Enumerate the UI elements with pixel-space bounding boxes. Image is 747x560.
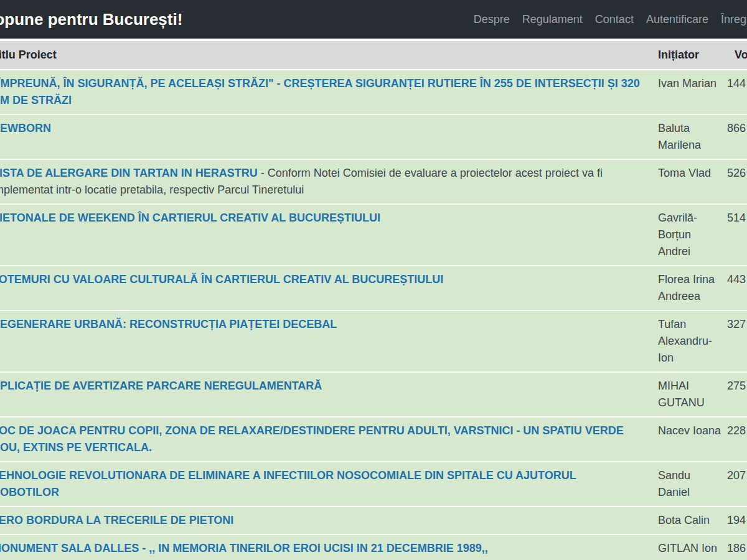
initiator-cell: Tufan Alexandru-Ion xyxy=(651,310,727,372)
title-cell: LOC DE JOACA PENTRU COPII, ZONA DE RELAX… xyxy=(0,417,651,462)
project-title-link[interactable]: TEHNOLOGIE REVOLUTIONARA DE ELIMINARE A … xyxy=(0,469,576,498)
table-row: NEWBORN Baluta Marilena 866 xyxy=(0,114,747,159)
project-title-link[interactable]: TOTEMURI CU VALOARE CULTURALĂ ÎN CARTIER… xyxy=(0,273,443,286)
nav-link-contact[interactable]: Contact xyxy=(589,13,640,26)
initiator-cell: GITLAN Ion xyxy=(651,534,727,560)
title-cell: PISTA DE ALERGARE DIN TARTAN IN HERASTRU… xyxy=(0,159,651,204)
table-row: PISTA DE ALERGARE DIN TARTAN IN HERASTRU… xyxy=(0,159,747,204)
votes-cell: 186 xyxy=(727,534,747,560)
project-title-link[interactable]: "ÎMPREUNĂ, ÎN SIGURANȚĂ, PE ACELEAȘI STR… xyxy=(0,77,640,106)
initiator-cell: Toma Vlad xyxy=(651,159,727,204)
title-cell: NEWBORN xyxy=(0,114,651,159)
initiator-cell: Sandu Daniel xyxy=(651,462,727,506)
votes-cell: 866 xyxy=(727,114,747,159)
nav-link-regulament[interactable]: Regulament xyxy=(516,13,589,26)
title-cell: TEHNOLOGIE REVOLUTIONARA DE ELIMINARE A … xyxy=(0,462,651,506)
project-title-link[interactable]: PIETONALE DE WEEKEND ÎN CARTIERUL CREATI… xyxy=(0,212,380,224)
votes-cell: 443 xyxy=(727,266,747,310)
table-row: TEHNOLOGIE REVOLUTIONARA DE ELIMINARE A … xyxy=(0,462,747,506)
nav-link-inregistrare[interactable]: Înregistrare xyxy=(715,13,747,26)
votes-cell: 526 xyxy=(727,159,747,204)
column-header-initiator: Inițiator xyxy=(651,41,727,70)
table-row: LOC DE JOACA PENTRU COPII, ZONA DE RELAX… xyxy=(0,417,747,462)
project-title-link[interactable]: REGENERARE URBANĂ: RECONSTRUCȚIA PIAȚETE… xyxy=(0,318,337,330)
navbar: Propune pentru București! Despre Regulam… xyxy=(0,0,747,39)
project-title-link[interactable]: APLICAȚIE DE AVERTIZARE PARCARE NEREGULA… xyxy=(0,380,322,392)
projects-tbody: "ÎMPREUNĂ, ÎN SIGURANȚĂ, PE ACELEAȘI STR… xyxy=(0,70,747,560)
title-cell: ZERO BORDURA LA TRECERILE DE PIETONI xyxy=(0,506,651,534)
table-row: REGENERARE URBANĂ: RECONSTRUCȚIA PIAȚETE… xyxy=(0,310,747,372)
votes-cell: 207 xyxy=(727,462,747,506)
votes-cell: 194 xyxy=(727,506,747,534)
project-title-link[interactable]: MONUMENT SALA DALLES - ,, IN MEMORIA TIN… xyxy=(0,542,488,554)
votes-cell: 228 xyxy=(727,417,747,462)
table-row: MONUMENT SALA DALLES - ,, IN MEMORIA TIN… xyxy=(0,534,747,560)
title-cell: PIETONALE DE WEEKEND ÎN CARTIERUL CREATI… xyxy=(0,204,651,266)
table-row: ZERO BORDURA LA TRECERILE DE PIETONI Bot… xyxy=(0,506,747,534)
initiator-cell: Bota Calin xyxy=(651,506,727,534)
table-header-row: Titlu Proiect Inițiator Voturi xyxy=(0,41,747,70)
votes-cell: 327 xyxy=(727,310,747,372)
table-row: APLICAȚIE DE AVERTIZARE PARCARE NEREGULA… xyxy=(0,372,747,417)
column-header-title: Titlu Proiect xyxy=(0,41,651,70)
votes-cell: 514 xyxy=(727,204,747,266)
title-cell: REGENERARE URBANĂ: RECONSTRUCȚIA PIAȚETE… xyxy=(0,310,651,372)
table-row: "ÎMPREUNĂ, ÎN SIGURANȚĂ, PE ACELEAȘI STR… xyxy=(0,70,747,114)
initiator-cell: Gavrilă-Borțun Andrei xyxy=(651,204,727,266)
project-title-link[interactable]: ZERO BORDURA LA TRECERILE DE PIETONI xyxy=(0,514,233,526)
initiator-cell: Nacev Ioana xyxy=(651,417,727,462)
nav-link-autentificare[interactable]: Autentificare xyxy=(640,13,715,26)
brand-link[interactable]: Propune pentru București! xyxy=(0,10,182,29)
initiator-cell: Florea Irina Andreea xyxy=(651,266,727,310)
initiator-cell: Baluta Marilena xyxy=(651,114,727,159)
project-title-link[interactable]: LOC DE JOACA PENTRU COPII, ZONA DE RELAX… xyxy=(0,424,624,454)
column-header-votes: Voturi xyxy=(727,41,747,70)
projects-table-container: Titlu Proiect Inițiator Voturi "ÎMPREUNĂ… xyxy=(0,41,747,560)
initiator-cell: MIHAI GUTANU xyxy=(651,372,727,417)
nav-link-despre[interactable]: Despre xyxy=(467,13,516,26)
project-title-link[interactable]: NEWBORN xyxy=(0,122,51,134)
title-cell: MONUMENT SALA DALLES - ,, IN MEMORIA TIN… xyxy=(0,534,651,560)
title-cell: "ÎMPREUNĂ, ÎN SIGURANȚĂ, PE ACELEAȘI STR… xyxy=(0,70,651,114)
votes-cell: 275 xyxy=(727,372,747,417)
project-title-link[interactable]: PISTA DE ALERGARE DIN TARTAN IN HERASTRU xyxy=(0,167,258,179)
title-cell: APLICAȚIE DE AVERTIZARE PARCARE NEREGULA… xyxy=(0,372,651,417)
table-row: PIETONALE DE WEEKEND ÎN CARTIERUL CREATI… xyxy=(0,204,747,266)
navbar-links: Despre Regulament Contact Autentificare … xyxy=(467,13,747,26)
title-cell: TOTEMURI CU VALOARE CULTURALĂ ÎN CARTIER… xyxy=(0,266,651,310)
table-row: TOTEMURI CU VALOARE CULTURALĂ ÎN CARTIER… xyxy=(0,266,747,310)
votes-cell: 144 xyxy=(727,70,747,114)
projects-table: Titlu Proiect Inițiator Voturi "ÎMPREUNĂ… xyxy=(0,41,747,560)
initiator-cell: Ivan Marian xyxy=(651,70,727,114)
